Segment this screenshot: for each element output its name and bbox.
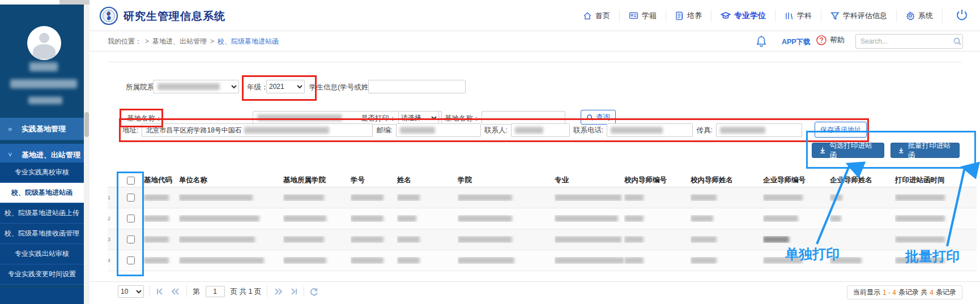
help-link[interactable]: 帮助 (816, 35, 845, 46)
divider (186, 286, 187, 297)
row-number: 1 (108, 195, 118, 200)
sidebar-group-practice-base[interactable]: » 实践基地管理 (0, 118, 84, 140)
next-page-button[interactable] (273, 288, 283, 296)
sidebar-item-校、院级基地进站函[interactable]: 校、院级基地进站函 (0, 183, 84, 203)
breadcrumb-item[interactable]: 基地进、出站管理 (152, 37, 207, 45)
gradcap-icon (721, 11, 731, 20)
redacted-value (895, 236, 945, 243)
redacted-value (611, 127, 663, 134)
query-button[interactable]: 查询 (581, 110, 616, 125)
grade-select[interactable]: 2021 (266, 80, 305, 93)
page-number-input[interactable] (206, 286, 225, 297)
app-download-link[interactable]: APP下载 (782, 37, 811, 47)
nav-item-label: 专业学位 (734, 11, 766, 21)
nav-item-学科[interactable]: 学科 (775, 10, 821, 22)
column-header-专业: 专业 (555, 175, 624, 185)
user-name-redacted (29, 62, 58, 71)
prev-page-button[interactable] (171, 288, 181, 296)
nav-item-学籍[interactable]: 学籍 (619, 10, 666, 22)
power-icon (955, 8, 969, 23)
nav-item-学科评估信息[interactable]: 学科评估信息 (821, 10, 896, 22)
pagination-bar: 10 第 页 共 1 页 (90, 281, 980, 302)
table-cell (691, 236, 763, 243)
redacted-value (458, 194, 512, 201)
notification-bell-icon[interactable] (755, 35, 768, 50)
save-address-button[interactable]: 保存通讯地址 (815, 122, 867, 138)
redacted-value (144, 257, 169, 264)
last-page-button[interactable] (289, 288, 298, 296)
select-all-checkbox[interactable] (127, 177, 135, 185)
redacted-value (351, 236, 384, 243)
table-cell (179, 215, 283, 222)
base-name2-input[interactable] (482, 111, 565, 125)
row-checkbox[interactable] (127, 215, 135, 222)
row-checkbox[interactable] (127, 236, 135, 243)
table-cell (555, 236, 624, 243)
base-name-label: 基地名称： (127, 114, 163, 123)
redacted-value (179, 257, 264, 264)
table-cell (351, 215, 397, 222)
address-input[interactable]: 北京市昌平区府学路18号中国石 (142, 123, 373, 137)
sidebar-item-校、院级基地进站函上传[interactable]: 校、院级基地进站函上传 (0, 203, 84, 224)
print-batch-button[interactable]: 批量打印进站函 (890, 143, 960, 158)
nav-item-培养[interactable]: 培养 (666, 10, 711, 22)
sidebar-item-专业实践离校审核[interactable]: 专业实践离校审核 (0, 162, 84, 183)
refresh-button[interactable] (310, 288, 318, 296)
sidebar-item-校、院级基地接收函管理[interactable]: 校、院级基地接收函管理 (0, 224, 84, 244)
redacted-value (458, 215, 512, 222)
fax-input[interactable] (716, 123, 802, 137)
address-label: 地址: (122, 126, 138, 135)
main-content: 所属院系 年级： 2021 学生信息(学号或姓名): 基地名称： 是否打印： 请… (90, 52, 980, 304)
home-icon (583, 11, 592, 20)
sidebar-item-专业实践出站审核[interactable]: 专业实践出站审核 (0, 244, 84, 264)
breadcrumb-item[interactable]: 校、院级基地进站函 (218, 37, 279, 45)
pagination-controls: 10 第 页 共 1 页 (118, 285, 318, 298)
redacted-value (283, 215, 326, 222)
breadcrumb-separator: > (145, 37, 149, 45)
student-info-input[interactable] (368, 80, 466, 93)
first-page-button[interactable] (156, 288, 165, 296)
column-header-学院: 学院 (458, 175, 555, 185)
print-status-select[interactable]: 请选择 (398, 111, 439, 125)
filter-icon (830, 11, 840, 20)
row-checkbox[interactable] (127, 256, 135, 264)
search-icon[interactable] (953, 37, 965, 46)
nav-item-label: 系统 (918, 11, 933, 21)
table-cell (895, 236, 977, 243)
sidebar-item-专业实践变更时间设置[interactable]: 专业实践变更时间设置 (0, 264, 84, 285)
sidebar-scrollbar-thumb[interactable] (84, 112, 89, 137)
grade-label: 年级： (247, 83, 269, 92)
redacted-value (624, 194, 644, 201)
redacted-value (895, 194, 945, 201)
logout-power-button[interactable] (942, 8, 974, 23)
table-cell (283, 236, 351, 243)
redacted-value (144, 215, 169, 222)
books-icon (785, 11, 794, 20)
corner-scrollbar[interactable] (59, 0, 91, 5)
nav-item-专业学位[interactable]: 专业学位 (711, 10, 775, 22)
row-checkbox[interactable] (127, 194, 135, 202)
row-select-cell (118, 215, 144, 222)
sidebar-scrollbar[interactable] (84, 5, 90, 304)
page-size-select[interactable]: 10 (118, 285, 144, 298)
sidebar: ⌄ » 实践基地管理 ˅ 基地进、出站管理 专业实践离校审核校、院级基地进站函校… (0, 5, 84, 304)
nav-item-系统[interactable]: 系统 (896, 10, 942, 22)
redacted-value (397, 215, 416, 222)
phone-input[interactable] (607, 123, 693, 137)
print-selected-button[interactable]: 勾选打印进站函 (812, 143, 884, 158)
redacted-value (283, 236, 324, 243)
zip-input[interactable] (396, 123, 481, 137)
redacted-value (400, 127, 435, 134)
redacted-value (397, 257, 420, 264)
sidebar-item-partial[interactable] (0, 288, 84, 304)
table-cell (179, 194, 283, 201)
redacted-value (397, 236, 420, 243)
table-cell (458, 194, 555, 201)
contact-input[interactable] (511, 123, 570, 137)
print-status-label: 是否打印： (361, 114, 397, 123)
avatar-head (39, 33, 49, 43)
search-input[interactable] (856, 37, 953, 45)
nav-item-首页[interactable]: 首页 (574, 10, 619, 22)
question-circle-icon (816, 35, 827, 46)
download-icon (819, 147, 826, 154)
